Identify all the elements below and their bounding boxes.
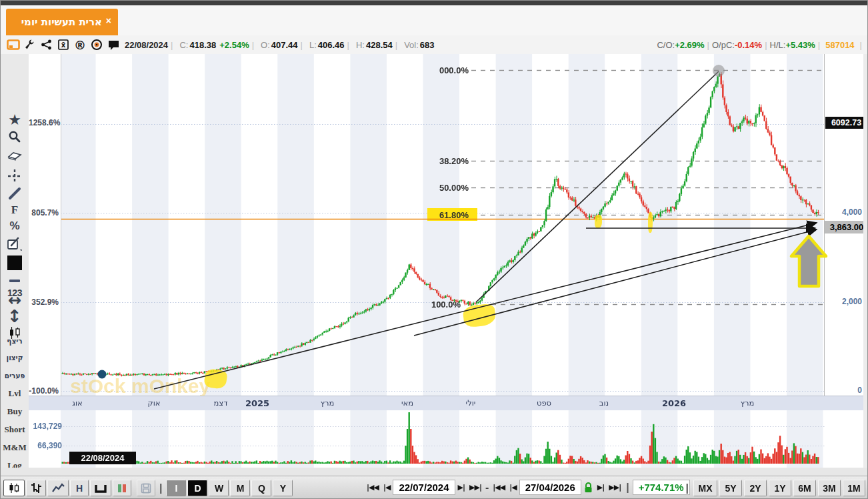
volume-label: Vol: (404, 40, 419, 50)
search-tool[interactable] (1, 130, 29, 147)
separator: | (171, 40, 173, 50)
chart-type-candles-button[interactable] (3, 480, 25, 496)
sidebar-item-kitzon[interactable]: קיצון (1, 354, 29, 362)
x-axis-label: מרץ (731, 398, 763, 408)
chart-type-step-button[interactable] (90, 480, 111, 496)
from-first-button[interactable]: |◀◀ (365, 483, 381, 492)
to-first-button[interactable]: |◀◀ (491, 483, 507, 492)
yellow-highlight (648, 212, 653, 233)
sidebar-item-lvl[interactable]: Lvl (1, 388, 29, 399)
date-to-input[interactable]: 27/04/2026 (519, 480, 581, 495)
opc-value: -0.14% (735, 40, 762, 50)
period-weekly-button[interactable]: W (209, 480, 229, 496)
crosshair-tool[interactable] (1, 169, 29, 186)
period-quarterly-button[interactable]: Q (251, 480, 271, 496)
registered-icon[interactable]: ® (73, 38, 87, 51)
period-monthly-button[interactable]: M (230, 480, 250, 496)
chart-type-ohlc-button[interactable] (26, 480, 46, 496)
excel-export-icon[interactable]: x̄ (56, 38, 71, 51)
close-value: 418.38 (189, 40, 216, 50)
svg-text:x̄: x̄ (61, 41, 66, 49)
range-6m-button[interactable]: 6M (793, 480, 816, 496)
date-from-input[interactable]: 22/07/2024 (393, 480, 455, 495)
volume-date-badge: 22/08/2024 (69, 452, 136, 464)
star-tool[interactable]: ★ (1, 111, 29, 128)
range-change-pct: +774.71% (633, 480, 690, 495)
range-1y-button[interactable]: 1Y (769, 480, 791, 496)
edit-icon (7, 237, 23, 252)
range-5y-button[interactable]: 5Y (719, 480, 742, 496)
percent-tool[interactable]: % (1, 219, 29, 233)
step-chart-icon (94, 483, 107, 494)
right-tick: 2,000 (827, 297, 862, 306)
chart-type-h-button[interactable]: H (70, 480, 89, 496)
volume-tick: 66,390 (27, 441, 62, 450)
save-disk-icon (141, 483, 151, 494)
yellow-highlight (595, 215, 602, 228)
comment-icon[interactable] (106, 38, 121, 51)
v-arrow-icon: ↕ (7, 306, 22, 326)
color-swatch-tool[interactable] (1, 256, 29, 270)
x-axis-label: 2025 (241, 398, 273, 408)
dash-icon (9, 280, 20, 282)
to-prev-button[interactable]: |◀ (507, 483, 518, 492)
range-3m-button[interactable]: 3M (818, 480, 841, 496)
low-label: L: (309, 40, 317, 50)
separator: | (626, 482, 629, 494)
fib-tool[interactable]: F (1, 203, 29, 217)
period-daily-button[interactable]: D (187, 480, 207, 496)
price-chart-canvas[interactable] (61, 54, 825, 396)
sidebar-item-mm[interactable]: M&M (1, 442, 29, 453)
ohlc-bars-icon (30, 482, 42, 494)
left-tick: 352.9% (29, 298, 59, 307)
eraser-icon (7, 151, 23, 161)
period-yearly-button[interactable]: Y (273, 480, 293, 496)
target-icon[interactable] (89, 38, 104, 51)
from-last-button[interactable]: ▶▶| (467, 483, 483, 492)
line-tool[interactable] (1, 186, 29, 203)
share-icon[interactable] (39, 38, 54, 51)
sidebar-item-short[interactable]: Short (1, 424, 29, 435)
price-axis-left (29, 54, 61, 396)
wrench-icon[interactable] (23, 38, 37, 51)
open-label: O: (261, 40, 270, 50)
h-measure-tool[interactable]: ↔ (1, 293, 29, 308)
x-axis-label: מרץ (311, 398, 343, 408)
chart-tab[interactable]: ארית תעשיות יומי × (6, 9, 118, 35)
eraser-tool[interactable] (1, 151, 29, 164)
layout-icon[interactable] (6, 38, 21, 51)
v-measure-tool[interactable]: ↕ (1, 308, 29, 325)
to-last-button[interactable]: ▶▶| (607, 483, 623, 492)
right-tick: 4,000 (827, 207, 862, 217)
sidebar-item-buy[interactable]: Buy (1, 406, 29, 417)
range-1m-button[interactable]: 1M (843, 480, 865, 496)
save-button[interactable] (137, 480, 155, 496)
hl-label: H/L: (770, 40, 786, 50)
crosshair-icon (7, 169, 22, 183)
period-intraday-button[interactable]: I (166, 480, 186, 496)
volume-value: 683 (420, 40, 435, 50)
chart-type-histogram-button[interactable] (113, 480, 131, 496)
volume-chart-canvas[interactable] (61, 410, 825, 468)
right-edge-strip (863, 54, 868, 468)
x-axis-label: מאי (391, 398, 423, 408)
from-next-button[interactable]: ▶| (456, 483, 467, 492)
x-axis: אוגאוקדצמ2025מרץמאייוליספטנוב2026מרץ (29, 396, 868, 410)
star-icon: ★ (8, 111, 21, 128)
from-prev-button[interactable]: |◀ (381, 483, 392, 492)
co-value: +2.69% (675, 40, 704, 50)
x-axis-label: 2026 (658, 398, 690, 408)
range-2y-button[interactable]: 2Y (744, 480, 767, 496)
tab-title: ארית תעשיות יומי (21, 16, 102, 28)
lock-button[interactable] (582, 482, 595, 493)
tab-close-icon[interactable]: × (106, 15, 111, 26)
sidebar-item-pearim[interactable]: פערים (1, 372, 29, 380)
annotate-tool[interactable] (1, 237, 29, 254)
range-max-button[interactable]: MX (693, 480, 717, 496)
cursor-date: 22/08/2024 (125, 40, 168, 50)
line-style-tool[interactable] (1, 280, 29, 282)
to-next-button[interactable]: ▶| (595, 483, 606, 492)
separator: | (860, 40, 862, 50)
chart-type-line-button[interactable] (47, 480, 69, 496)
sidebar-item-retzef[interactable]: ריצף (1, 337, 29, 345)
